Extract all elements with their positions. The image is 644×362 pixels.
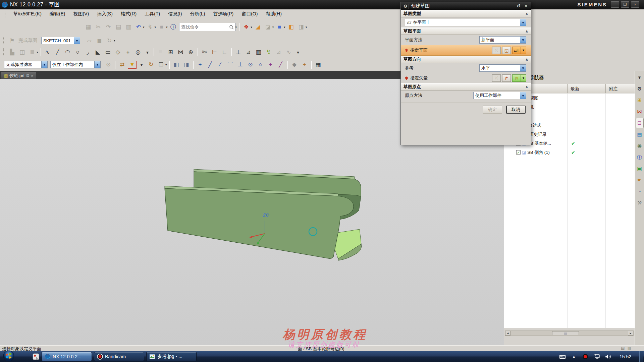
combo-arrow-icon[interactable]: ▼ <box>94 61 100 68</box>
maximize-button[interactable]: ❐ <box>621 1 629 8</box>
display-constraints-icon[interactable]: ▦ <box>254 48 263 56</box>
polygon-icon[interactable]: ◇ <box>114 48 122 56</box>
tab-close-icon[interactable]: × <box>31 74 33 78</box>
hd3d-tools-icon[interactable]: ◉ <box>636 141 644 151</box>
color-swatch-dropdown-icon[interactable]: ▾ <box>166 25 168 29</box>
feature-list-dropdown-icon[interactable]: ▾ <box>37 51 38 54</box>
show-desktop-button[interactable] <box>639 351 643 362</box>
menu-item-0[interactable]: 草#x56FE;(K) <box>9 10 46 18</box>
snap-arc-center-icon[interactable]: ⊙ <box>246 61 255 69</box>
dialog-close-icon[interactable]: × <box>522 3 530 9</box>
close-button[interactable]: × <box>631 1 639 8</box>
tray-expand-icon[interactable]: ▲ <box>571 354 577 360</box>
navigator-row-6[interactable]: ✓◪SB 倒角 (1)✔ <box>504 148 635 157</box>
scroll-left-icon[interactable]: ◄ <box>505 331 511 336</box>
menu-item-7[interactable]: 分析(L) <box>186 10 209 18</box>
navigator-horizontal-scrollbar[interactable]: ◄ ||| ► <box>505 330 634 336</box>
plane-method-combo[interactable]: 新平面 ▼ <box>479 36 526 44</box>
history-palette-icon[interactable]: ◔ <box>636 186 644 196</box>
shaded-view-cube-dropdown-icon[interactable]: ▾ <box>284 25 285 29</box>
assembly-navigator-icon[interactable]: ⊞ <box>636 95 644 105</box>
origin-method-combo[interactable]: 使用工作部件 ▼ <box>473 92 526 99</box>
snap-intersection-icon[interactable]: + <box>266 61 275 69</box>
more-sketch-tools-icon[interactable]: ▾ <box>294 48 302 56</box>
status-notes-icon[interactable]: ▥ <box>628 346 631 351</box>
reattach-dropdown-icon[interactable]: ▾ <box>114 39 115 42</box>
part-navigator-icon[interactable]: ⊟ <box>636 118 644 128</box>
menu-item-6[interactable]: 信息(I) <box>164 10 186 18</box>
menu-item-9[interactable]: 窗口(O) <box>237 10 262 18</box>
menu-item-4[interactable]: 格式(R) <box>117 10 141 18</box>
vector-dialog-button[interactable]: ↱ <box>502 74 511 82</box>
taskbar-button-nx[interactable]: NX 12.0.0.2... <box>42 352 92 361</box>
arc-icon[interactable]: ◠ <box>63 48 72 56</box>
geometric-constraints-icon[interactable]: ⊥ <box>234 48 243 56</box>
fit-view-dropdown-icon[interactable]: ▾ <box>251 25 252 29</box>
combo-arrow-icon[interactable]: ▼ <box>41 61 47 68</box>
scroll-right-icon[interactable]: ► <box>628 331 633 336</box>
lasso-icon[interactable]: ☐ <box>157 61 165 69</box>
finish-flag-icon[interactable]: ⚑ <box>8 37 16 45</box>
plane-constructor-button[interactable]: ▱↯ <box>512 47 521 54</box>
minimize-button[interactable]: – <box>611 1 619 8</box>
offset-curve-icon[interactable]: ≡ <box>156 48 165 56</box>
color-swatch-icon[interactable]: ■ <box>157 23 166 31</box>
snap-endpoint-icon[interactable]: ╱ <box>206 61 215 69</box>
bandicam-tray-icon[interactable] <box>582 354 589 360</box>
desktop-shortcut-icon[interactable] <box>32 353 40 360</box>
type-filter-combo[interactable]: 无选择过滤器 ▼ <box>4 61 48 68</box>
internet-browser-icon[interactable]: ▣ <box>636 164 644 174</box>
redo-dropdown-icon[interactable]: ▾ <box>155 25 156 29</box>
wireframe-style-icon[interactable]: ◨ <box>182 61 191 69</box>
sheet-operation-dropdown-icon[interactable]: ▾ <box>272 25 274 29</box>
circle-icon[interactable]: ○ <box>73 48 82 56</box>
menu-item-2[interactable]: 视图(V) <box>69 10 93 18</box>
ellipse-icon[interactable]: ◎ <box>134 48 143 56</box>
constraint-navigator-icon[interactable]: ⋈ <box>636 107 644 117</box>
reference-combo[interactable]: 水平 ▼ <box>479 64 526 72</box>
taskbar-button-image-viewer[interactable]: 参考.jpg - ... <box>146 352 197 361</box>
section-sketch-origin[interactable]: 草图原点 ∧ <box>401 83 531 90</box>
sketch-display-icon[interactable]: ◢ <box>254 23 262 31</box>
snap-midpoint-icon[interactable]: ∕ <box>216 61 225 69</box>
node-label[interactable]: SB 倒角 (1) <box>527 149 549 156</box>
keyboard-tray-icon[interactable] <box>559 354 566 360</box>
section-sketch-orientation[interactable]: 草图方向 ∧ <box>401 56 531 63</box>
auto-constrain-icon[interactable]: ↯ <box>264 48 273 56</box>
collapse-chevron-icon[interactable]: ∧ <box>525 85 528 89</box>
reuse-library-icon[interactable]: ▤ <box>636 129 644 139</box>
section-view-alt-dropdown-icon[interactable]: ▾ <box>306 25 307 29</box>
intersection-point-icon[interactable]: ⊕ <box>186 48 195 56</box>
finish-sketch-label[interactable]: 完成草图 <box>18 38 37 44</box>
specify-plane-row[interactable]: ✱ 指定平面 ⤫ ◱ ▱↯ ▼ <box>401 45 531 56</box>
snap-point-icon[interactable]: + <box>196 61 205 69</box>
volume-tray-icon[interactable] <box>605 354 611 360</box>
shaded-view-cube-icon[interactable]: ■ <box>275 23 284 31</box>
line-icon[interactable]: ╱ <box>53 48 62 56</box>
make-corner-icon[interactable]: ∟ <box>220 48 229 56</box>
vector-constructor-button[interactable]: ↑↯ <box>512 74 521 82</box>
snap-circle-icon[interactable]: ○ <box>256 61 265 69</box>
pattern-curve-icon[interactable]: ⊞ <box>166 48 175 56</box>
plane-dialog-button[interactable]: ◱ <box>502 47 511 54</box>
part-tab[interactable]: ▦ 铰链.prt ⊡ × <box>1 72 36 79</box>
plane-options-arrow-icon[interactable]: ▼ <box>521 47 526 54</box>
taskbar-button-bandicam[interactable]: Bandicam <box>94 352 144 361</box>
collapse-chevron-icon[interactable]: ∧ <box>525 29 528 34</box>
roller-gear-icon[interactable]: ⚙ <box>636 84 644 94</box>
column-comments[interactable]: 附注 <box>609 86 618 92</box>
command-finder[interactable] <box>179 23 235 31</box>
rectangle-icon[interactable]: ▭ <box>104 48 112 56</box>
snap-on-curve-icon[interactable]: ╱ <box>276 61 285 69</box>
snap-perpendicular-icon[interactable]: ⊥ <box>236 61 245 69</box>
search-dropdown-icon[interactable]: ▾ <box>235 25 237 29</box>
combo-arrow-icon[interactable]: ▼ <box>520 65 526 71</box>
section-view-icon[interactable]: ◧ <box>287 23 296 31</box>
touch-roles-icon[interactable]: ☛ <box>636 175 644 185</box>
menu-item-8[interactable]: 首选项(P) <box>209 10 238 18</box>
more-curves-icon[interactable]: ▾ <box>144 48 151 56</box>
panel-overflow-icon[interactable]: ▾ <box>636 72 644 82</box>
grid-icon[interactable]: ▦ <box>314 61 323 69</box>
network-tray-icon[interactable] <box>593 354 600 360</box>
selection-scope-combo[interactable]: 仅在工作部件内 ▼ <box>50 61 101 68</box>
